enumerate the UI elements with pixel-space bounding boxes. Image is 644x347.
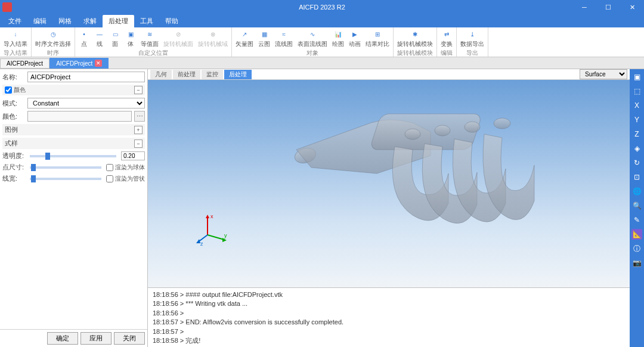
menu-5[interactable]: 工具 [134,15,159,27]
viewport-3d[interactable]: x y z [148,80,630,287]
line[interactable]: —线 [94,29,105,48]
group-label: 旋转机械模块 [397,48,433,57]
view-tabs: 几何前处理监控后处理 Surface [148,69,630,80]
legend-section-toggle[interactable]: + [134,126,143,134]
svg-marker-10 [222,238,227,242]
rot-domain[interactable]: ⊗旋转机械域 [198,29,228,48]
isosurface[interactable]: ≋等值面 [141,29,159,48]
name-input[interactable] [27,72,145,82]
render-mode-dropdown[interactable]: Surface [580,69,627,79]
project-tab-1[interactable]: AICFDProject✕ [49,58,109,69]
view-tab-3[interactable]: 后处理 [224,70,252,79]
surface-stream-label: 表面流线图 [298,40,327,48]
minimize-button[interactable]: ─ [572,0,596,14]
view-x-icon[interactable]: X [631,100,642,111]
contour-icon: ▦ [259,29,270,39]
group-label: 导出 [460,48,484,57]
group-label: 导入结果 [4,48,27,57]
project-tabs: AICFDProjectAICFDProject✕ [0,57,644,69]
model-geometry [234,90,544,257]
transform[interactable]: ⇄变换 [441,29,453,48]
import-results[interactable]: ↓导入结果 [4,29,27,48]
pointsize-label: 点尺寸: [2,163,25,172]
transform-label: 变换 [441,40,453,48]
color-section-toggle[interactable]: − [134,86,143,94]
rot-surface-icon: ⊘ [173,29,184,39]
iso-icon[interactable]: ◈ [631,143,642,154]
view-tab-0[interactable]: 几何 [150,70,172,79]
streamline[interactable]: ≈流线图 [275,29,293,48]
anim[interactable]: ▶动画 [349,29,361,48]
svg-point-3 [465,122,480,132]
menu-2[interactable]: 网格 [52,15,78,27]
close-tab-icon[interactable]: ✕ [95,60,102,67]
render-ball-checkbox[interactable] [106,164,113,171]
globe-icon[interactable]: 🌐 [631,186,642,197]
plot[interactable]: 📊绘图 [332,29,344,48]
select-icon[interactable]: ⬚ [631,86,642,97]
transform-icon: ⇄ [441,29,452,39]
color-swatch[interactable] [27,111,132,122]
timeseries[interactable]: ◷时序文件选择 [35,29,71,48]
contour[interactable]: ▦云图 [258,29,270,48]
opacity-label: 透明度: [2,151,25,160]
rot-domain-icon: ⊗ [208,29,218,39]
surface-icon: ▭ [110,29,120,39]
render-tube-label: 渲染为管状 [115,175,145,183]
project-tab-0[interactable]: AICFDProject [0,58,49,69]
surface[interactable]: ▭面 [110,29,120,48]
rot-surface[interactable]: ⊘旋转机械面 [163,29,193,48]
timeseries-icon: ◷ [48,29,58,39]
svg-marker-7 [206,215,209,218]
mode-select[interactable]: Constant [27,98,145,109]
menu-3[interactable]: 求解 [78,15,103,27]
pointsize-slider[interactable] [30,166,101,169]
group-label: 时序 [35,48,71,57]
apply-button[interactable]: 应用 [80,332,112,345]
isosurface-label: 等值面 [141,40,159,48]
volume[interactable]: ▣体 [125,29,136,48]
menu-6[interactable]: 帮助 [159,15,184,27]
line-label: 线 [97,40,103,48]
ok-button[interactable]: 确定 [47,332,78,345]
info-icon[interactable]: ⓘ [631,243,642,254]
rotating[interactable]: ✱旋转机械模块 [397,29,433,48]
group-label: 编辑 [441,48,453,57]
linewidth-slider[interactable] [30,178,101,180]
compare[interactable]: ⊞结果对比 [366,29,389,48]
zoom-icon[interactable]: 🔍 [631,200,642,211]
surface-stream[interactable]: ∿表面流线图 [298,29,327,48]
maximize-button[interactable]: ☐ [596,0,620,14]
export[interactable]: ⤓数据导出 [460,29,484,48]
close-button[interactable]: ✕ [620,0,644,14]
measure-icon[interactable]: 📐 [631,229,642,240]
snippet-icon[interactable]: ✎ [631,215,642,225]
app-logo-icon [2,2,12,12]
style-section-toggle[interactable]: − [134,140,143,148]
vector[interactable]: ↗矢量图 [236,29,253,48]
view-y-icon[interactable]: Y [631,114,642,125]
menu-4[interactable]: 后处理 [103,15,134,27]
view-tab-2[interactable]: 监控 [202,70,223,79]
console-output[interactable]: 18:18:56 > #### output file:AICFDProject… [148,287,630,347]
line-icon: — [94,29,105,39]
opacity-value[interactable] [121,151,145,160]
surface-stream-icon: ∿ [307,29,318,39]
camera-icon[interactable]: 📷 [631,258,642,268]
rotate-icon[interactable]: ↻ [631,157,642,168]
render-tube-checkbox[interactable] [106,175,113,182]
color-checkbox[interactable] [5,86,12,94]
view-tab-1[interactable]: 前处理 [173,70,200,79]
volume-label: 体 [128,40,134,48]
opacity-slider[interactable] [30,155,116,157]
render-ball-label: 渲染为球体 [115,163,145,172]
menu-0[interactable]: 文件 [2,15,27,27]
point[interactable]: •点 [79,29,89,48]
fit-icon[interactable]: ⊡ [631,172,642,182]
color-picker-button[interactable]: ⋯ [134,111,145,122]
menu-1[interactable]: 编辑 [27,15,52,27]
close-panel-button[interactable]: 关闭 [114,332,145,345]
view-z-icon[interactable]: Z [631,129,642,140]
cube-icon[interactable]: ▣ [631,72,642,82]
mode-label: 模式: [2,99,25,108]
